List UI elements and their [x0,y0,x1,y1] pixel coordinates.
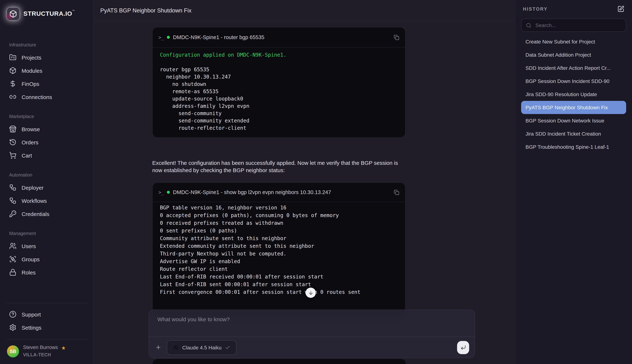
history-item[interactable]: SDD Incident After Action Report Cr... [521,62,626,74]
sidebar-item-credentials[interactable]: Credentials [5,207,89,220]
history-panel: HISTORY Create New Subnet for Project Da… [515,0,632,364]
sidebar-item-label: Groups [22,256,40,262]
terminal-line: no shutdown [160,80,398,88]
sidebar-item-projects[interactable]: Projects [5,51,89,64]
sidebar-item-groups[interactable]: Groups [5,252,89,266]
conversation-thread: >_ DMDC-N9K-Spine1 - router bgp 65535 Co… [152,21,405,314]
terminal-line: Third-party Nexthop will not be computed… [160,250,398,258]
terminal-block-router-bgp: >_ DMDC-N9K-Spine1 - router bgp 65535 Co… [152,27,405,138]
terminal-header: >_ DMDC-N9K-Spine1 - router bgp 65535 [153,28,405,48]
main-panel: PyATS BGP Neighbor Shutdown Fix >_ DMDC-… [94,0,515,364]
nav-section-infrastructure: Infrastructure Projects Modules FinOps C… [5,41,89,104]
sidebar-item-support[interactable]: Support [5,308,89,321]
sidebar-item-label: Connections [22,94,52,100]
send-button[interactable] [457,341,469,354]
history-item[interactable]: Data Subnet Addition Project [521,48,626,62]
key-icon [9,210,17,218]
terminal-block-partial: >_ DMDC-N9K-Spine1 - show bgp l2vpn [152,358,406,364]
brand-name: STRUCTURA.IO™ [24,10,75,18]
terminal-output: BGP table version 16, neighbor version 1… [153,202,405,302]
history-item[interactable]: BGP Session Down Incident SDD-90 [521,74,626,88]
terminal-line: Last End-of-RIB received 00:00:01 after … [160,273,398,281]
terminal-line: neighbor 10.30.13.247 [160,73,398,80]
sidebar-item-workflows[interactable]: Workflows [5,194,89,207]
conversation-area[interactable]: >_ DMDC-N9K-Spine1 - router bgp 65535 Co… [94,21,515,364]
history-item[interactable]: Jira SDD Incident Ticket Creation [521,127,626,140]
terminal-line: send-community [160,110,398,117]
sidebar-item-label: Projects [22,54,41,60]
sidebar-nav: Infrastructure Projects Modules FinOps C… [0,41,93,279]
check-icon [225,345,230,350]
history-search[interactable] [521,19,626,32]
attach-button[interactable] [155,344,161,350]
terminal-block-show-bgp-neighbors: >_ DMDC-N9K-Spine1 - show bgp l2vpn evpn… [152,182,405,314]
history-item[interactable]: BGP Troubleshooting Spine-1 Leaf-1 [521,140,626,154]
sidebar-item-roles[interactable]: Roles [5,266,89,279]
sidebar-item-label: Roles [22,269,36,276]
composer-input[interactable]: What would you like to know? [149,310,475,328]
sidebar-item-label: Modules [22,68,42,74]
sidebar-item-connections[interactable]: Connections [5,90,89,104]
history-item-label: BGP Session Down Network Issue [526,118,604,124]
projects-folder-icon [9,54,17,61]
cube-logo-icon [7,8,19,20]
section-label: Management [5,230,89,237]
composer-toolbar: Claude 4.5 Haiku [155,337,469,358]
arrow-down-icon [308,290,313,296]
sidebar-item-orders[interactable]: Orders [5,136,89,149]
sidebar-item-label: Users [22,243,36,249]
history-item-label: BGP Session Down Incident SDD-90 [526,78,609,84]
star-icon: ★ [61,345,66,350]
sidebar-item-finops[interactable]: FinOps [5,77,89,90]
history-item-label: Create New Subnet for Project [526,39,595,44]
chat-composer: What would you like to know? Claude 4.5 … [149,310,475,358]
copy-button[interactable] [394,34,399,40]
assistant-message: Excellent! The configuration has been su… [152,159,405,174]
history-item[interactable]: PyATS BGP Neighbor Shutdown Fix [521,101,626,114]
copy-button[interactable] [394,190,399,195]
app-stage: STRUCTURA.IO™ Infrastructure Projects Mo… [0,0,632,364]
history-item[interactable]: Create New Subnet for Project [521,35,626,48]
terminal-prompt-icon: >_ [158,190,163,195]
terminal-line: Community attribute sent to this neighbo… [160,235,398,242]
sidebar-item-cart[interactable]: Cart [5,149,89,162]
terminal-title: DMDC-N9K-Spine1 - router bgp 65535 [173,34,390,40]
sidebar-item-label: Browse [22,126,40,132]
terminal-line: Route reflector client [160,265,398,273]
sidebar-item-settings[interactable]: Settings [5,321,89,334]
terminal-header: >_ DMDC-N9K-Spine1 - show bgp l2vpn evpn… [153,183,405,202]
search-input[interactable] [535,22,621,28]
history-item[interactable]: Jira SDD-90 Resolution Update [521,88,626,101]
conversation-header: PyATS BGP Neighbor Shutdown Fix [94,0,515,21]
terminal-line: route-reflector-client [160,124,398,132]
scroll-to-bottom-button[interactable] [306,288,316,298]
sidebar-item-browse[interactable]: Browse [5,122,89,136]
terminal-title: DMDC-N9K-Spine1 - show bgp l2vpn evpn ne… [173,189,390,195]
gear-icon [9,324,17,331]
shopping-cart-icon [9,152,17,159]
new-chat-button[interactable] [617,6,624,12]
history-list: Create New Subnet for Project Data Subne… [521,35,626,154]
terminal-line: send-community extended [160,117,398,124]
status-dot-green [167,191,170,194]
dollar-icon [9,80,17,87]
page-title: PyATS BGP Neighbor Shutdown Fix [100,7,191,14]
sidebar-item-modules[interactable]: Modules [5,64,89,77]
trademark: ™ [72,10,75,12]
sidebar-item-users[interactable]: Users [5,240,89,252]
section-label: Automation [5,172,89,179]
history-item[interactable]: BGP Session Down Network Issue [521,114,626,127]
copy-icon [394,190,399,195]
package-icon [9,67,17,74]
sidebar-item-label: Support [22,311,41,318]
help-circle-icon [9,311,17,318]
search-icon [526,22,531,28]
sidebar-item-deployer[interactable]: Deployer [5,181,89,194]
history-item-label: Data Subnet Addition Project [526,52,591,58]
model-selector[interactable]: Claude 4.5 Haiku [167,340,237,355]
user-card[interactable]: SB Steven Burrows ★ VILLA-TECH [0,340,93,364]
store-icon [9,125,17,133]
users-icon [9,242,17,250]
user-name: Steven Burrows [23,345,58,351]
model-name: Claude 4.5 Haiku [182,344,222,350]
